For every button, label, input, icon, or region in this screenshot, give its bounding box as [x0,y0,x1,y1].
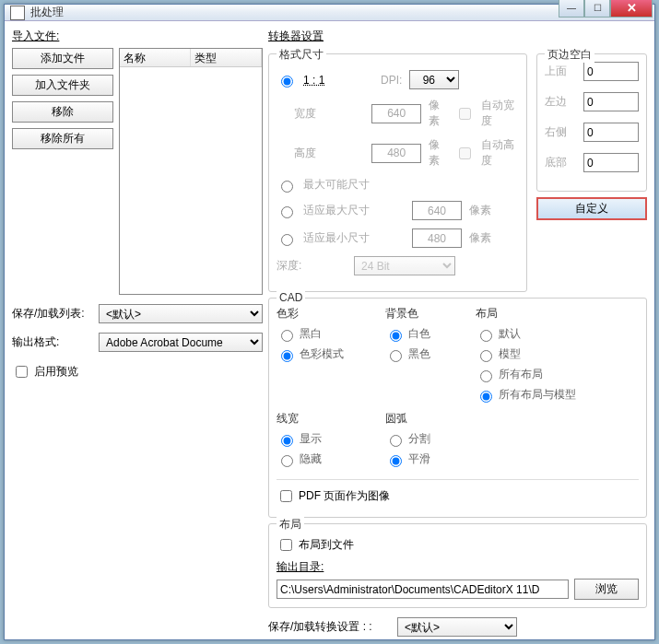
max-possible-label: 最大可能尺寸 [303,177,370,193]
save-conv-combo[interactable]: <默认> [397,617,517,637]
auto-height-checkbox [459,147,471,159]
width-label: 宽度 [294,106,364,122]
batch-window: 批处理 — ☐ ✕ 导入文件: 添加文件 加入文件夹 移除 移除所有 名称 类型 [4,4,655,640]
arc-split-label: 分割 [408,431,430,447]
margin-bottom-input[interactable] [583,153,639,172]
layout-all-model-radio[interactable] [480,391,492,403]
layout-default-radio[interactable] [480,330,492,342]
custom-button[interactable]: 自定义 [536,197,647,220]
bg-header: 背景色 [385,306,468,322]
layout-model-label: 模型 [499,346,521,362]
col-type[interactable]: 类型 [191,49,262,66]
auto-width-checkbox [459,108,471,120]
output-layout-groupbox: 布局 布局到文件 输出目录: 浏览 [268,523,647,608]
fit-min-input [412,228,462,248]
enable-preview-checkbox[interactable] [16,366,28,378]
minimize-button[interactable]: — [559,0,584,18]
color-mode-radio[interactable] [281,350,293,362]
depth-combo: 24 Bit [354,256,455,275]
converter-settings-label: 转换器设置 [268,29,647,44]
margin-top-label: 上面 [545,64,567,79]
app-icon [10,6,25,20]
color-mode-label: 色彩模式 [300,346,344,362]
col-name[interactable]: 名称 [120,49,191,66]
cad-legend: CAD [277,291,305,304]
fit-max-radio[interactable] [281,206,293,218]
color-header: 色彩 [277,306,378,322]
import-files-label: 导入文件: [12,29,263,44]
bg-black-label: 黑色 [408,346,430,362]
layout-model-radio[interactable] [480,350,492,362]
enable-preview-label: 启用预览 [34,364,78,380]
arc-smooth-label: 平滑 [408,451,430,467]
margin-right-input[interactable] [583,123,639,142]
margins-groupbox: 页边空白 上面 左边 右侧 底部 [536,53,647,192]
margin-right-label: 右侧 [545,124,567,140]
margin-left-input[interactable] [583,92,639,111]
file-list[interactable]: 名称 类型 [119,48,263,295]
format-groupbox: 格式尺寸 1 : 1 DPI: 96 宽度 像素 自动宽度 [268,53,527,292]
lw-show-radio[interactable] [281,435,293,447]
layout-all-label: 所有布局 [499,367,543,382]
margin-bottom-label: 底部 [545,155,567,170]
bg-black-radio[interactable] [390,350,402,362]
titlebar[interactable]: 批处理 — ☐ ✕ [5,5,654,21]
output-dir-input[interactable] [277,580,569,599]
save-conv-label: 保存/加载转换设置 : : [268,619,388,635]
ratio-1-1-radio[interactable] [281,76,293,88]
add-file-button[interactable]: 添加文件 [12,48,113,69]
color-bw-label: 黑白 [300,326,322,342]
add-folder-button[interactable]: 加入文件夹 [12,75,113,96]
lw-hide-radio[interactable] [281,455,293,467]
fit-max-px: 像素 [469,203,491,218]
margins-legend: 页边空白 [545,47,594,63]
bg-white-label: 白色 [408,326,430,342]
height-px: 像素 [429,137,448,169]
height-label: 高度 [294,146,364,161]
ratio-1-1-label: 1 : 1 [303,74,373,87]
width-input [371,104,421,123]
layout-all-radio[interactable] [480,370,492,382]
lw-header: 线宽 [277,411,378,427]
save-list-label: 保存/加载列表: [12,306,93,322]
fit-max-input [412,201,462,220]
layout-to-file-checkbox[interactable] [280,539,292,551]
output-dir-label: 输出目录: [277,559,639,575]
margin-top-input[interactable] [583,62,639,81]
fit-min-px: 像素 [469,230,491,246]
layout-default-label: 默认 [499,326,521,342]
output-format-combo[interactable]: Adobe Acrobat Docume [99,333,263,352]
close-window-button[interactable]: ✕ [610,0,653,18]
lw-hide-label: 隐藏 [300,451,322,467]
cad-groupbox: CAD 色彩 黑白 色彩模式 背景色 白色 黑色 布局 默认 [268,298,647,518]
save-list-combo[interactable]: <默认> [99,304,263,323]
remove-all-button[interactable]: 移除所有 [12,128,113,149]
dpi-label: DPI: [381,74,402,87]
layout-to-file-label: 布局到文件 [299,537,354,553]
pdf-as-image-label: PDF 页面作为图像 [299,488,390,504]
height-input [371,144,421,163]
fit-min-label: 适应最小尺寸 [303,230,405,246]
arc-header: 圆弧 [385,411,468,427]
output-layout-legend: 布局 [277,517,304,533]
auto-height-label: 自动高度 [481,137,519,169]
output-format-label: 输出格式: [12,334,93,350]
auto-width-label: 自动宽度 [481,98,519,129]
layout-header: 布局 [476,306,639,322]
color-bw-radio[interactable] [281,330,293,342]
arc-split-radio[interactable] [390,435,402,447]
max-possible-radio[interactable] [281,181,293,193]
layout-all-model-label: 所有布局与模型 [499,387,576,403]
fit-max-label: 适应最大尺寸 [303,203,405,218]
maximize-button[interactable]: ☐ [584,0,610,18]
pdf-as-image-checkbox[interactable] [280,490,292,502]
fit-min-radio[interactable] [281,234,293,246]
bg-white-radio[interactable] [390,330,402,342]
format-legend: 格式尺寸 [277,47,326,63]
arc-smooth-radio[interactable] [390,455,402,467]
remove-button[interactable]: 移除 [12,101,113,123]
browse-button[interactable]: 浏览 [574,579,639,600]
lw-show-label: 显示 [300,431,322,447]
width-px: 像素 [429,98,448,129]
dpi-combo[interactable]: 96 [409,70,459,89]
